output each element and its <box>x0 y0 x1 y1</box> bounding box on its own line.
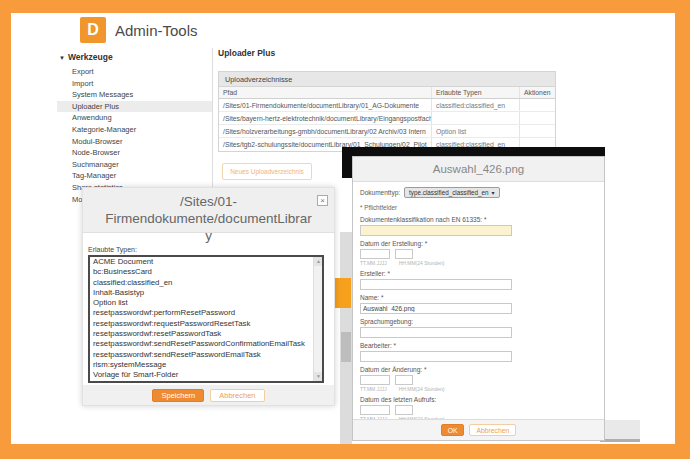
sidebar-item-import[interactable]: Import <box>57 78 212 90</box>
allowed-types-listbox[interactable]: ACME Document bc:BusinessCard classified… <box>88 255 324 383</box>
editor-label: Bearbeiter: * <box>360 342 597 350</box>
listbox-option[interactable]: bc:BusinessCard <box>90 267 322 277</box>
app-logo: D <box>80 17 106 43</box>
date-format-hint: TT.MM.JJJJ <box>360 260 387 266</box>
app-title: Admin-Tools <box>115 22 198 39</box>
listbox-option[interactable]: Option list <box>90 298 322 308</box>
time-format-hint: HH:MM(24 Stunden) <box>399 386 445 392</box>
allowed-types-dialog-header: /Sites/01-Firmendokumente/documentLibrar… <box>83 188 334 233</box>
listbox-option[interactable]: Vorlage für Smart-Folder <box>90 370 322 380</box>
new-upload-directory-button[interactable]: Neues Uploadverzeichnis <box>222 163 312 180</box>
creation-time-field[interactable] <box>395 249 413 259</box>
locale-field[interactable] <box>360 327 512 338</box>
last-access-date-label: Datum des letzten Aufrufs: <box>360 396 597 404</box>
listbox-scrollbar[interactable]: ▲ ▼ <box>313 257 322 381</box>
sidebar-item-uploader-plus[interactable]: Uploader Plus <box>57 101 212 113</box>
doc-type-selected-value: type.classified_classified_en <box>409 189 488 196</box>
classification-label: Dokumentenklassifikation nach EN 61335: … <box>360 216 597 224</box>
sidebar-item-node-browser[interactable]: Node-Browser <box>57 147 212 159</box>
column-header-aktionen[interactable]: Aktionen <box>519 87 555 98</box>
sidebar-section-label: Werkzeuge <box>68 52 113 62</box>
listbox-option[interactable]: resetpasswordwf:resetPasswordTask <box>90 329 322 339</box>
creation-date-label: Datum der Erstellung: * <box>360 240 597 248</box>
scroll-down-icon[interactable]: ▼ <box>314 372 323 381</box>
sidebar-section-werkzeuge[interactable]: ▼Werkzeuge <box>57 49 212 66</box>
upload-properties-dialog: Auswahl_426.png Dokumenttyp: type.classi… <box>352 156 605 441</box>
close-icon[interactable]: × <box>317 195 328 206</box>
partially-hidden-button[interactable] <box>334 278 351 308</box>
upload-properties-dialog-footer: OK Abbrechen <box>353 419 604 440</box>
upload-directories-table: Uploadverzeichnisse Pfad Erlaubte Typen … <box>218 71 556 152</box>
ok-button[interactable]: OK <box>441 424 465 436</box>
cell-aktionen <box>519 112 555 124</box>
table-title: Uploadverzeichnisse <box>219 72 555 87</box>
cell-pfad: /Sites/bayern-hertz-elektrotechnik/docum… <box>219 112 431 124</box>
listbox-option[interactable]: rlsm:systemMessage <box>90 360 322 370</box>
last-access-date-field[interactable] <box>360 405 390 415</box>
table-header-row: Pfad Erlaubte Typen Aktionen <box>219 87 555 99</box>
creation-date-field[interactable] <box>360 249 390 259</box>
sidebar-item-export[interactable]: Export <box>57 66 212 78</box>
sidebar-item-tag-manager[interactable]: Tag-Manager <box>57 170 212 182</box>
cell-pfad: /Sites/01-Firmendokumente/documentLibrar… <box>219 99 431 111</box>
sidebar-divider <box>212 48 213 188</box>
name-label: Name: * <box>360 294 597 302</box>
sidebar-item-anwendung[interactable]: Anwendung <box>57 112 212 124</box>
table-row[interactable]: /Sites/bayern-hertz-elektrotechnik/docum… <box>219 112 555 125</box>
name-field[interactable] <box>360 303 512 314</box>
listbox-option[interactable]: Inhalt-Basistyp <box>90 288 322 298</box>
background-scrollbar[interactable] <box>340 232 352 444</box>
required-fields-note: * Pflichtfelder <box>360 204 597 211</box>
save-button[interactable]: Speichern <box>152 389 204 402</box>
cell-pfad: /Sites/holzverarbeitungs-gmbh/documentLi… <box>219 125 431 137</box>
creator-field[interactable] <box>360 279 512 290</box>
editor-field[interactable] <box>360 351 512 362</box>
modified-date-field[interactable] <box>360 375 390 385</box>
dialog-backdrop-top <box>342 147 605 156</box>
cell-aktionen <box>519 99 555 111</box>
cell-erlaubte-typen: classified:classified_en <box>431 99 519 111</box>
modified-time-field[interactable] <box>395 375 413 385</box>
sidebar-item-suchmanager[interactable]: Suchmanager <box>57 159 212 171</box>
time-format-hint: HH:MM(24 Stunden) <box>399 260 445 266</box>
admin-tools-window: D Admin-Tools ▼Werkzeuge Export Import S… <box>11 13 675 444</box>
table-row[interactable]: /Sites/01-Firmendokumente/documentLibrar… <box>219 99 555 112</box>
modified-date-label: Datum der Änderung: * <box>360 366 597 374</box>
column-header-pfad[interactable]: Pfad <box>219 87 431 98</box>
cancel-button[interactable]: Abbrechen <box>210 389 264 402</box>
chevron-down-icon: ▾ <box>492 189 495 196</box>
upload-properties-form: Dokumenttyp: type.classified_classified_… <box>353 182 604 422</box>
listbox-option[interactable]: resetpasswordwf:sendResetPasswordEmailTa… <box>90 350 322 360</box>
sidebar-item-modul-browser[interactable]: Modul-Browser <box>57 136 212 148</box>
dialog-title: /Sites/01-Firmendokumente/documentLibrar… <box>83 188 334 244</box>
listbox-option[interactable]: resetpasswordwf:sendResetPasswordConfirm… <box>90 339 322 349</box>
background-scrollbar-thumb[interactable] <box>341 332 351 362</box>
allowed-types-dialog: /Sites/01-Firmendokumente/documentLibrar… <box>82 187 335 406</box>
cell-aktionen <box>519 125 555 137</box>
last-access-time-field[interactable] <box>395 405 413 415</box>
scroll-up-icon[interactable]: ▲ <box>314 257 323 266</box>
screenshot-root: D Admin-Tools ▼Werkzeuge Export Import S… <box>0 0 690 459</box>
date-format-hint: TT.MM.JJJJ <box>360 386 387 392</box>
doc-type-label: Dokumenttyp: <box>360 189 400 197</box>
background-window-fragment <box>600 420 640 442</box>
locale-label: Sprachumgebung: <box>360 318 597 326</box>
dialog-title: Auswahl_426.png <box>353 157 604 182</box>
allowed-types-label: Erlaubte Typen: <box>88 246 137 253</box>
cell-erlaubte-typen <box>431 112 519 124</box>
sidebar-item-system-messages[interactable]: System Messages <box>57 89 212 101</box>
sidebar-item-kategorie-manager[interactable]: Kategorie-Manager <box>57 124 212 136</box>
classification-field[interactable] <box>360 225 512 236</box>
dialog-backdrop-left <box>342 147 352 178</box>
listbox-option[interactable]: resetpasswordwf:performResetPassword <box>90 308 322 318</box>
cancel-button[interactable]: Abbrechen <box>469 424 516 436</box>
listbox-option[interactable]: resetpasswordwf:requestPasswordResetTask <box>90 319 322 329</box>
cell-erlaubte-typen: Option list <box>431 125 519 137</box>
listbox-option[interactable]: classified:classified_en <box>90 278 322 288</box>
creator-label: Ersteller: * <box>360 270 597 278</box>
listbox-option[interactable]: ACME Document <box>90 257 322 267</box>
sidebar: ▼Werkzeuge Export Import System Messages… <box>57 49 212 205</box>
doc-type-select[interactable]: type.classified_classified_en ▾ <box>404 187 499 198</box>
column-header-erlaubte-typen[interactable]: Erlaubte Typen <box>431 87 519 98</box>
table-row[interactable]: /Sites/holzverarbeitungs-gmbh/documentLi… <box>219 125 555 138</box>
